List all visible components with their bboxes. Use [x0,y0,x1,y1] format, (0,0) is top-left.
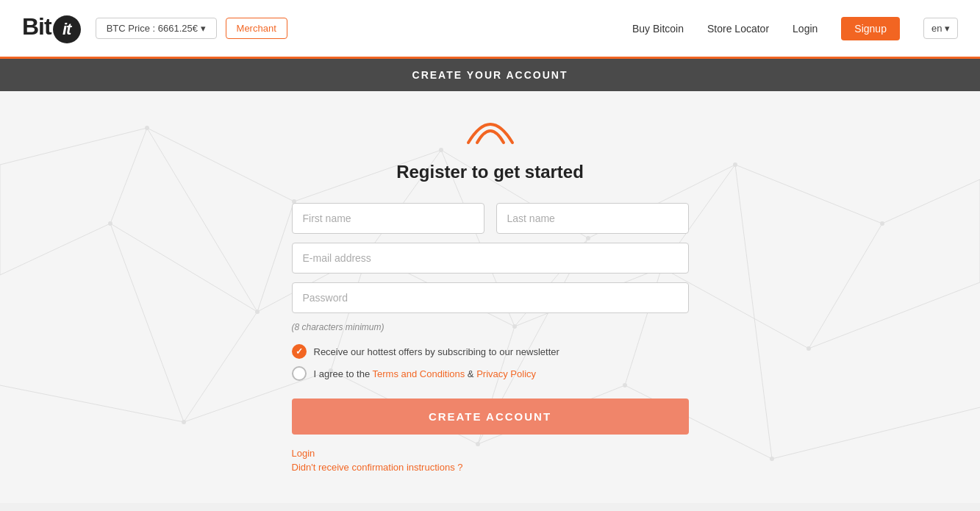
btc-price-button[interactable]: BTC Price : 6661.25€ ▾ [96,18,217,39]
heading-bold: started [525,162,584,182]
svg-line-6 [882,179,980,224]
resend-confirmation-link[interactable]: Didn't receive confirmation instructions… [292,462,463,473]
svg-line-19 [772,407,980,459]
heading-normal: Register to get [396,162,525,182]
svg-point-41 [733,162,737,167]
svg-line-20 [110,128,147,224]
terms-label: I agree to the Terms and Conditions & Pr… [314,368,537,379]
nav-store-locator[interactable]: Store Locator [707,23,769,35]
svg-point-44 [255,310,260,314]
signup-button[interactable]: Signup [841,17,900,40]
email-input[interactable] [292,243,689,274]
sub-header: CREATE YOUR ACCOUNT [0,59,980,91]
logo-it: it [53,15,81,43]
svg-line-1 [147,128,294,201]
privacy-link[interactable]: Privacy Policy [476,368,536,379]
svg-line-5 [735,165,882,224]
create-account-button[interactable]: CREATE ACCOUNT [292,399,689,435]
svg-line-7 [0,224,110,275]
svg-point-49 [182,420,186,424]
sub-header-title: CREATE YOUR ACCOUNT [412,69,568,81]
nav-buy-bitcoin[interactable]: Buy Bitcoin [632,23,684,35]
last-name-input[interactable] [496,203,689,234]
svg-line-26 [110,224,184,422]
svg-point-53 [770,457,774,461]
terms-checkbox[interactable] [292,366,307,381]
svg-line-32 [184,312,257,422]
bottom-links: Login Didn't receive confirmation instru… [292,448,463,473]
newsletter-checkbox-row: Receive our hottest offers by subscribin… [292,344,689,359]
svg-point-48 [806,346,811,351]
terms-link[interactable]: Terms and Conditions [373,368,465,379]
logo: Bitit [22,13,81,43]
arc-icon [461,113,520,153]
registration-form-container: Register to get started (8 characters mi… [277,91,704,502]
name-row [292,203,689,234]
svg-line-25 [809,224,882,349]
svg-point-43 [108,221,112,226]
newsletter-label: Receive our hottest offers by subscribin… [314,346,559,357]
merchant-button[interactable]: Merchant [226,18,287,39]
nav-login[interactable]: Login [793,23,818,35]
register-heading: Register to get started [396,162,584,182]
main-nav: Buy Bitcoin Store Locator Login Signup e… [632,17,958,40]
main-content: Register to get started (8 characters mi… [0,91,980,503]
password-hint: (8 characters minimum) [292,322,385,332]
logo-bit: Bit [22,13,51,40]
password-input[interactable] [292,282,689,313]
svg-line-0 [0,128,147,165]
svg-line-14 [0,385,184,422]
main-header: Bitit BTC Price : 6661.25€ ▾ Merchant Bu… [0,0,980,59]
first-name-input[interactable] [292,203,484,234]
svg-line-36 [735,165,772,459]
logo-text: Bitit [22,13,81,43]
terms-checkbox-row: I agree to the Terms and Conditions & Pr… [292,366,689,381]
svg-line-8 [110,224,257,312]
svg-point-37 [145,126,149,130]
newsletter-checkbox[interactable] [292,344,307,359]
language-selector[interactable]: en ▾ [923,18,958,39]
svg-line-33 [147,128,257,312]
svg-line-13 [809,282,980,349]
login-link[interactable]: Login [292,448,463,459]
svg-point-42 [880,221,884,226]
